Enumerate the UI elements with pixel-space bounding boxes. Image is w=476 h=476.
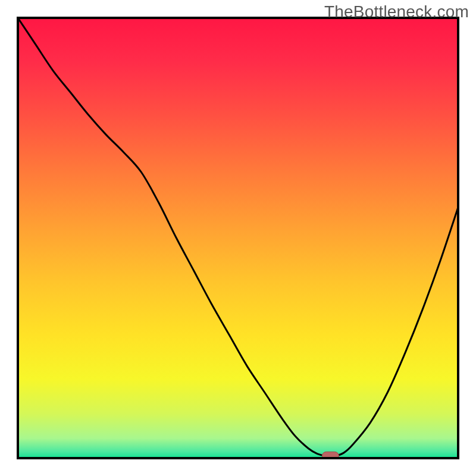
plot-background: [18, 18, 458, 458]
bottleneck-chart: [0, 0, 476, 476]
watermark-text: TheBottleneck.com: [324, 2, 469, 21]
chart-frame: TheBottleneck.com: [0, 0, 476, 476]
